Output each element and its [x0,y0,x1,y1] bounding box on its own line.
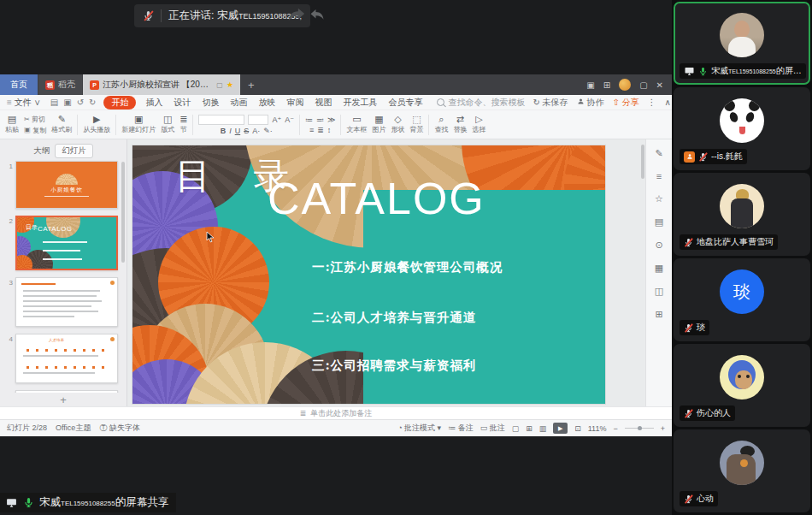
undo-icon[interactable]: ↺ [77,98,84,107]
slide-scrollbar[interactable] [641,145,644,179]
zoom-level[interactable]: 111% [588,424,607,433]
comment-mode-toggle[interactable]: ◔ 批注模式 ▾ [397,423,441,434]
menu-transition[interactable]: 切换 [200,97,221,109]
menu-view[interactable]: 视图 [313,97,333,109]
play-from-start-button[interactable]: ▶从头播放 [83,115,110,134]
select-button[interactable]: ▷选择 [472,115,485,134]
menu-animation[interactable]: 动画 [228,97,249,109]
pin-icon[interactable]: ▢ [216,81,223,89]
slide-thumbnail-1[interactable]: 小厨娘餐饮 [15,161,118,209]
menu-review[interactable]: 审阅 [285,97,305,109]
participant-tile-xindong[interactable]: 心动 [674,429,810,512]
reply-icon[interactable] [309,7,325,26]
paste-button[interactable]: ▤粘贴 [5,115,19,134]
participant-tile-issan[interactable]: --is.毵毵 [674,87,810,170]
annotation-arrows[interactable] [287,5,325,27]
underline-button[interactable]: U [235,127,241,135]
add-slide-button[interactable]: + [0,393,127,406]
panel-scrollbar[interactable] [121,162,125,263]
replace-button[interactable]: ⇄替换 [453,115,467,134]
read-view-icon[interactable]: ▥ [539,424,547,433]
help-icon[interactable]: ⊙ [655,240,662,251]
comments-toggle[interactable]: ▭ 批注 [480,423,505,434]
strike-button[interactable]: S [244,127,249,135]
menu-member[interactable]: 会员专享 [386,97,424,109]
menu-slideshow[interactable]: 放映 [256,97,277,109]
menu-insert[interactable]: 插入 [144,97,164,109]
zoom-slider[interactable] [625,428,654,429]
slide-thumbnail-2-selected[interactable]: 目录 CATALOG [15,216,118,270]
save-icon[interactable]: ▤ [50,98,58,107]
picture-button[interactable]: ▦图片 [372,115,385,134]
redo-icon[interactable]: ↻ [89,98,96,107]
highlight-icon[interactable]: ✎· [263,127,273,135]
indent-icon[interactable]: ≫ [327,115,335,124]
textbox-button[interactable]: ▭文本框 [346,115,367,134]
participant-tile-caoxueke[interactable]: 地盘比萨人事曹雪珂 [674,173,810,256]
document-tab[interactable]: P 江苏小厨娘校招宣讲 【2022/04】 ▢ ★ [83,74,240,95]
new-tab-button[interactable]: + [240,74,262,95]
collab-button[interactable]: 协作 [577,97,604,109]
more-icon[interactable]: ⋮ [648,98,656,107]
apps-icon[interactable]: ⊞ [655,309,662,320]
share-button[interactable]: ⇧ 分享 [612,97,638,109]
normal-view-icon[interactable]: ▢ [512,424,520,433]
current-slide[interactable]: 目 录 CATALOG 一:江苏小厨娘餐饮管理公司概况 二:公司人才培养与晋升通… [132,145,605,404]
favorites-icon[interactable]: ☆ [655,193,663,204]
clipboard-icon[interactable]: ▤ [655,216,663,228]
participant-tile-songwei[interactable]: 宋威TEL15951088255的屏… [674,2,810,85]
fit-slide-icon[interactable]: ⊡ [574,424,581,433]
menu-file[interactable]: ≡ 文件 ∨ [5,97,43,109]
bold-button[interactable]: B [221,127,227,135]
restore-icon[interactable]: ▢ [639,80,647,90]
find-button[interactable]: ⌕查找 [434,115,448,134]
font-name-select[interactable] [198,115,244,125]
format-painter-button[interactable]: ✎格式刷 [51,115,72,134]
align-left-icon[interactable]: ≡ [309,126,314,134]
tab-outline[interactable]: 大纲 [33,145,50,157]
participant-tile-sadperson[interactable]: 伤心的人 [674,344,810,427]
grid-icon[interactable]: ⊞ [603,80,610,90]
section-button[interactable]: ≣节 [179,115,187,134]
theme-icon[interactable]: ◫ [655,286,663,297]
account-avatar[interactable] [619,79,631,91]
zoom-in-icon[interactable]: + [661,424,665,433]
image-tool-icon[interactable]: ▦ [655,263,663,274]
quick-access-toolbar[interactable]: ▤ ▣ ↺ ↻ [50,98,97,107]
zoom-out-icon[interactable]: − [613,424,617,433]
close-icon[interactable]: ✕ [656,80,663,90]
participant-tile-yan[interactable]: 琰 琰 [674,258,810,341]
bullets-icon[interactable]: ≔ [305,115,313,124]
collapse-ribbon-icon[interactable]: ∧ [665,98,671,107]
properties-icon[interactable]: ✎ [655,148,662,159]
menu-home[interactable]: 开始 [103,96,136,110]
command-search[interactable]: 查找命令、搜索模板 [437,97,525,109]
home-button[interactable]: 首页 [0,74,38,95]
print-icon[interactable]: ▣ [63,98,71,107]
menu-design[interactable]: 设计 [172,97,192,109]
font-size-select[interactable] [248,115,268,125]
font-color-icon[interactable]: A· [252,127,260,135]
tab-slides[interactable]: 幻灯片 [55,144,93,158]
slide-thumbnail-3[interactable] [15,277,118,327]
star-icon[interactable]: ★ [227,80,233,89]
shape-button[interactable]: ◇形状 [391,115,404,134]
increase-font-icon[interactable]: A⁺ [272,115,281,124]
italic-button[interactable]: I [229,127,232,135]
menu-devtools[interactable]: 开发工具 [341,97,379,109]
share-forward-icon[interactable] [287,5,306,27]
line-spacing-icon[interactable]: ↕ [327,126,332,134]
slide-thumbnail-5[interactable] [15,390,118,393]
align-center-icon[interactable]: ≣ [317,126,324,134]
slideshow-play-button[interactable]: ▶ [553,423,568,434]
decrease-font-icon[interactable]: A⁻ [285,115,294,124]
outline-icon[interactable]: ≡ [656,171,662,181]
background-button[interactable]: ⬚背景 [409,115,423,134]
copy-button[interactable]: ▣ 复制 [24,126,46,135]
layout-button[interactable]: ◫版式 [161,115,174,134]
docer-tab[interactable]: 稻 稻壳 [38,74,82,95]
notes-toggle[interactable]: ≔ 备注 [448,423,474,434]
layout-icon[interactable]: ▣ [586,80,594,90]
notes-bar[interactable]: ≣ 单击此处添加备注 [0,406,672,419]
cut-button[interactable]: ✂ 剪切 [24,115,46,124]
